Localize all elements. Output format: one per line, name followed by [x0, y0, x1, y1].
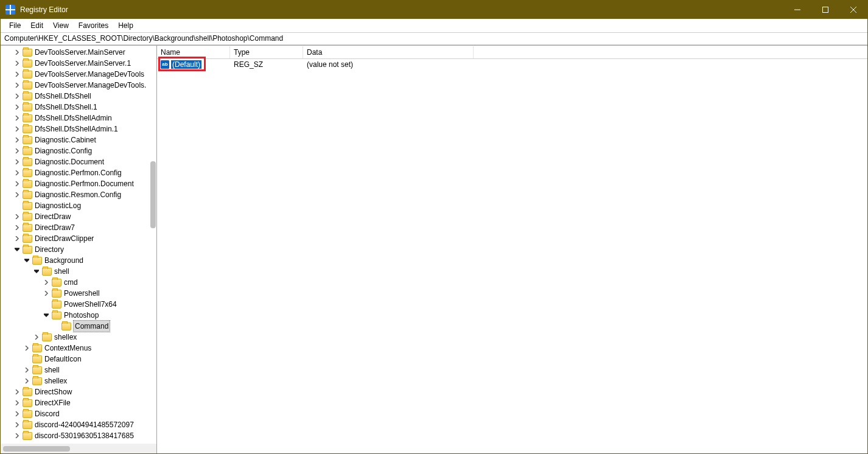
tree-item[interactable]: Diagnostic.Cabinet [1, 134, 156, 145]
menu-help[interactable]: Help [113, 20, 138, 31]
chevron-right-icon[interactable] [13, 48, 21, 57]
chevron-right-icon[interactable] [13, 212, 21, 221]
tree-item[interactable]: DevToolsServer.ManageDevTools [1, 69, 156, 80]
chevron-right-icon[interactable] [13, 180, 21, 188]
menu-edit[interactable]: Edit [26, 20, 48, 31]
menu-favorites[interactable]: Favorites [74, 20, 113, 31]
folder-icon [23, 213, 32, 221]
tree-item[interactable]: ContextMenus [1, 343, 156, 354]
chevron-right-icon[interactable] [13, 92, 21, 100]
tree-item[interactable]: DirectDraw [1, 211, 156, 222]
tree-item-label: discord-530196305138417685 [35, 430, 134, 441]
chevron-right-icon[interactable] [23, 377, 31, 385]
registry-tree[interactable]: DevToolsServer.MainServerDevToolsServer.… [1, 46, 156, 441]
menu-view[interactable]: View [48, 20, 74, 31]
tree-item[interactable]: Photoshop [1, 310, 156, 321]
tree-item[interactable]: Diagnostic.Perfmon.Document [1, 178, 156, 189]
tree-item[interactable]: shell [1, 365, 156, 375]
chevron-right-icon[interactable] [13, 234, 21, 243]
maximize-button[interactable] [811, 1, 839, 19]
minimize-button[interactable] [783, 1, 811, 19]
folder-icon [52, 312, 61, 320]
tree-horizontal-scrollbar[interactable] [3, 446, 70, 452]
tree-item[interactable]: DfsShell.DfsShellAdmin.1 [1, 124, 156, 134]
tree-vertical-scrollbar[interactable] [150, 161, 156, 228]
tree-item[interactable]: Directory [1, 244, 156, 255]
chevron-right-icon[interactable] [13, 158, 21, 166]
tree-item[interactable]: Discord [1, 408, 156, 419]
values-list[interactable]: ab(Default)REG_SZ(value not set) [157, 59, 867, 453]
tree-item[interactable]: DevToolsServer.MainServer.1 [1, 58, 156, 69]
chevron-right-icon[interactable] [32, 333, 41, 341]
chevron-right-icon[interactable] [13, 114, 21, 122]
chevron-right-icon[interactable] [13, 399, 21, 407]
expander-none [52, 322, 60, 330]
folder-icon [23, 421, 32, 429]
chevron-right-icon[interactable] [13, 125, 21, 133]
column-data[interactable]: Data [303, 46, 474, 58]
column-name[interactable]: Name [157, 46, 230, 58]
chevron-right-icon[interactable] [13, 190, 21, 199]
tree-item[interactable]: Diagnostic.Config [1, 145, 156, 156]
folder-icon [23, 235, 32, 243]
chevron-right-icon[interactable] [13, 410, 21, 418]
tree-item[interactable]: discord-530196305138417685 [1, 430, 156, 441]
chevron-right-icon[interactable] [13, 421, 21, 429]
tree-item[interactable]: shellex [1, 332, 156, 343]
address-bar[interactable]: Computer\HKEY_CLASSES_ROOT\Directory\Bac… [1, 32, 867, 45]
chevron-right-icon[interactable] [13, 136, 21, 144]
expander-none [13, 201, 21, 210]
tree-item[interactable]: DefaultIcon [1, 354, 156, 365]
tree-item[interactable]: DfsShell.DfsShell.1 [1, 102, 156, 113]
tree-item[interactable]: shell [1, 266, 156, 277]
tree-item[interactable]: DevToolsServer.MainServer [1, 47, 156, 58]
chevron-right-icon[interactable] [13, 103, 21, 111]
folder-icon [23, 60, 32, 68]
menu-file[interactable]: File [4, 20, 26, 31]
tree-item[interactable]: Background [1, 255, 156, 266]
tree-item[interactable]: cmd [1, 277, 156, 288]
chevron-right-icon[interactable] [42, 278, 51, 287]
chevron-right-icon[interactable] [13, 431, 21, 440]
tree-item-label: Diagnostic.Resmon.Config [35, 189, 121, 200]
tree-item[interactable]: Diagnostic.Resmon.Config [1, 189, 156, 200]
chevron-right-icon[interactable] [23, 344, 31, 352]
chevron-right-icon[interactable] [13, 70, 21, 79]
chevron-right-icon[interactable] [42, 289, 51, 298]
column-type[interactable]: Type [230, 46, 303, 58]
tree-item[interactable]: DirectDrawClipper [1, 233, 156, 244]
chevron-down-icon[interactable] [42, 311, 51, 320]
chevron-right-icon[interactable] [23, 366, 31, 374]
tree-item[interactable]: discord-424004941485572097 [1, 419, 156, 430]
tree-item[interactable]: Powershell [1, 288, 156, 299]
tree-item-label: Diagnostic.Config [35, 145, 92, 156]
chevron-right-icon[interactable] [13, 59, 21, 68]
tree-item[interactable]: DirectShow [1, 386, 156, 397]
tree-item-label: ContextMenus [44, 343, 91, 354]
tree-item-label: discord-424004941485572097 [35, 419, 134, 430]
chevron-down-icon[interactable] [23, 256, 31, 265]
chevron-right-icon[interactable] [13, 81, 21, 89]
tree-item[interactable]: PowerShell7x64 [1, 299, 156, 310]
tree-item[interactable]: Command [1, 321, 156, 332]
chevron-right-icon[interactable] [13, 147, 21, 155]
chevron-right-icon[interactable] [13, 223, 21, 232]
chevron-down-icon[interactable] [32, 267, 41, 276]
tree-item[interactable]: DiagnosticLog [1, 200, 156, 211]
close-button[interactable] [839, 1, 867, 19]
tree-item[interactable]: DfsShell.DfsShellAdmin [1, 113, 156, 124]
value-row[interactable]: ab(Default)REG_SZ(value not set) [157, 59, 867, 70]
chevron-right-icon[interactable] [13, 388, 21, 396]
minimize-icon [794, 7, 800, 13]
tree-item[interactable]: DirectDraw7 [1, 222, 156, 233]
tree-item[interactable]: Diagnostic.Document [1, 156, 156, 167]
folder-icon [52, 279, 61, 287]
tree-item[interactable]: DfsShell.DfsShell [1, 91, 156, 102]
chevron-down-icon[interactable] [13, 245, 21, 254]
tree-item[interactable]: DevToolsServer.ManageDevTools. [1, 80, 156, 91]
tree-item-label: Discord [35, 408, 60, 419]
tree-item[interactable]: Diagnostic.Perfmon.Config [1, 167, 156, 178]
tree-item[interactable]: DirectXFile [1, 397, 156, 408]
chevron-right-icon[interactable] [13, 169, 21, 177]
tree-item[interactable]: shellex [1, 375, 156, 386]
